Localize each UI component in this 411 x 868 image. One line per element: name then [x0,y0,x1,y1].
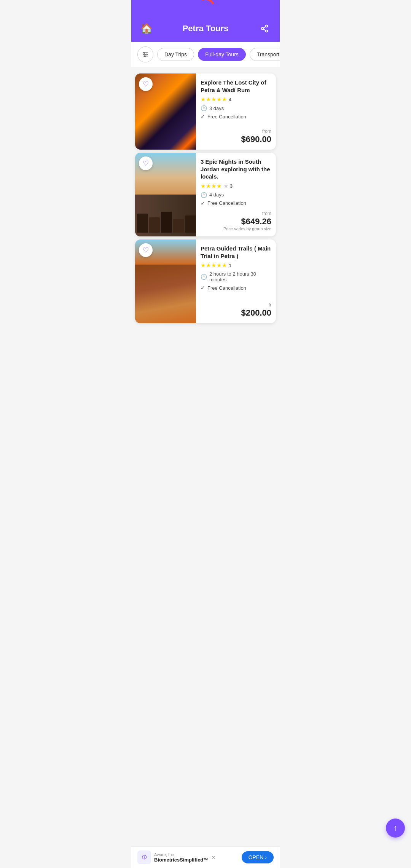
review-count-1: 4 [229,97,231,102]
review-count-3: 1 [229,263,231,268]
from-label-2: from [262,211,271,216]
home-icon[interactable]: 🏠 [139,23,154,35]
bookmark-button-2[interactable]: ♡ [139,156,153,170]
svg-point-8 [144,52,145,53]
duration-row-3: 🕐 2 hours to 2 hours 30 minutes [201,271,271,282]
price-section-2: from $649.26 Price varies by group size [201,210,271,231]
card-content-3: Petra Guided Trails ( Main Trial in Petr… [196,239,276,323]
price-1: $690.00 [201,134,271,144]
stars-row-1: ★★★★★ 4 [201,96,271,103]
card-image-3: ♡ [135,239,196,323]
top-decoration [131,0,280,15]
duration-text-1: 3 days [209,105,224,111]
svg-point-9 [146,54,147,55]
cancel-row-3: ✓ Free Cancellation [201,285,271,291]
clock-icon-3: 🕐 [201,274,207,280]
filter-settings-button[interactable] [137,46,153,62]
from-label-1: from [262,129,271,134]
duration-text-3: 2 hours to 2 hours 30 minutes [209,271,271,282]
cancel-text-2: Free Cancellation [207,200,246,206]
check-icon-1: ✓ [201,113,205,120]
clock-icon-1: 🕐 [201,105,207,111]
duration-row-1: 🕐 3 days [201,105,271,111]
header: 🏠 Petra Tours [131,15,280,42]
cards-container: ♡ Explore The Lost City of Petra & Wadi … [131,67,280,329]
star-rating-1: ★★★★★ [201,96,227,103]
duration-text-2: 4 days [209,192,224,198]
price-2: $649.26 [201,217,271,227]
filter-bar: Day Trips Full-day Tours Transport [131,42,280,67]
card-image-1: ♡ [135,73,196,150]
star-rating-3: ★★★★★ [201,262,227,269]
duration-row-2: 🕐 4 days [201,192,271,198]
tour-card[interactable]: ♡ Petra Guided Trails ( Main Trial in Pe… [135,239,276,323]
svg-point-10 [144,56,145,57]
card-title-3: Petra Guided Trails ( Main Trial in Petr… [201,245,271,260]
from-label-3: fr [269,302,271,308]
tour-card[interactable]: ♡ Explore The Lost City of Petra & Wadi … [135,73,276,150]
cancel-text-3: Free Cancellation [207,285,246,291]
filter-day-trips[interactable]: Day Trips [157,48,194,61]
price-note-2: Price varies by group size [201,227,271,231]
clock-icon-2: 🕐 [201,192,207,198]
star-rating-2: ★★★★ [201,183,222,190]
stars-row-3: ★★★★★ 1 [201,262,271,269]
tour-card[interactable]: ♡ 3 Epic Nights in South Jordan explorin… [135,153,276,236]
svg-line-3 [263,29,266,30]
card-title-1: Explore The Lost City of Petra & Wadi Ru… [201,79,271,94]
check-icon-2: ✓ [201,200,205,206]
share-icon[interactable] [257,24,272,33]
card-content-2: 3 Epic Nights in South Jordan exploring … [196,153,276,236]
review-count-2: 3 [230,183,233,189]
price-section-3: fr $200.00 [201,301,271,318]
filter-full-day-tours[interactable]: Full-day Tours [198,48,246,61]
price-3: $200.00 [201,308,271,318]
check-icon-3: ✓ [201,285,205,291]
card-content-1: Explore The Lost City of Petra & Wadi Ru… [196,73,276,150]
card-image-2: ♡ [135,153,196,236]
card-title-2: 3 Epic Nights in South Jordan exploring … [201,158,271,180]
header-title: Petra Tours [154,24,257,34]
svg-line-4 [263,27,266,28]
cancel-row-1: ✓ Free Cancellation [201,113,271,120]
bookmark-button-3[interactable]: ♡ [139,243,153,257]
stars-row-2: ★★★★★ 3 [201,183,271,190]
cancel-text-1: Free Cancellation [207,114,246,120]
filter-transport[interactable]: Transport [250,48,280,61]
price-section-1: from $690.00 [201,128,271,144]
bookmark-button-1[interactable]: ♡ [139,77,153,91]
cancel-row-2: ✓ Free Cancellation [201,200,271,206]
spinner-arc [193,0,218,15]
